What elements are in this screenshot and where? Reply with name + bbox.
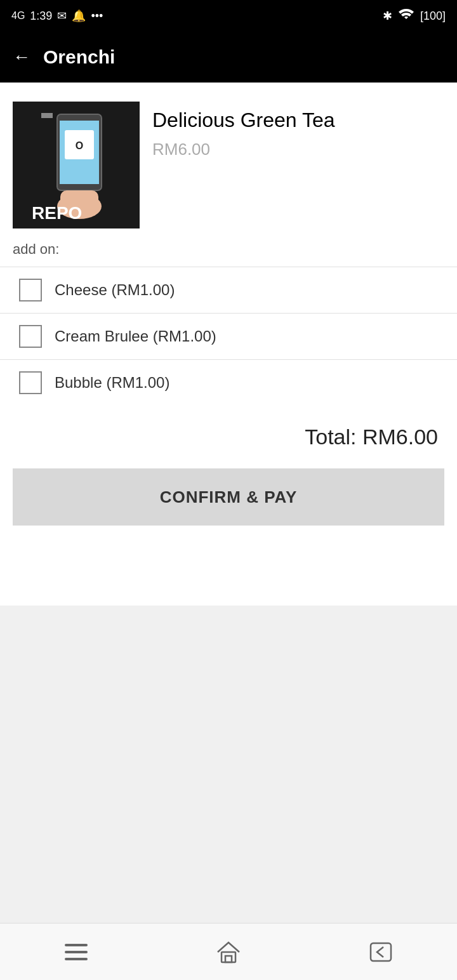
total-row: Total: RM6.00 xyxy=(0,406,457,462)
nav-back-button[interactable] xyxy=(362,933,400,971)
svg-text:REPO: REPO xyxy=(32,203,82,223)
svg-text:O: O xyxy=(76,140,83,151)
svg-rect-14 xyxy=(371,943,391,961)
addon-checkbox-bubble[interactable] xyxy=(19,371,42,394)
product-section: O REPO Delicious Green Tea RM6.00 xyxy=(0,83,457,235)
status-left: 4G 1:39 ✉ 🔔 ••• xyxy=(11,9,103,23)
time-display: 1:39 xyxy=(30,10,52,23)
svg-rect-9 xyxy=(65,944,88,946)
addon-checkbox-cheese[interactable] xyxy=(19,279,42,301)
svg-rect-13 xyxy=(225,956,232,962)
nav-home-button[interactable] xyxy=(209,933,248,971)
status-bar: 4G 1:39 ✉ 🔔 ••• ✱ [100] xyxy=(0,0,457,32)
wifi-icon xyxy=(399,9,414,23)
product-image: O REPO xyxy=(13,102,140,228)
signal-strength: 4G xyxy=(11,10,25,22)
addon-item-cheese[interactable]: Cheese (RM1.00) xyxy=(0,267,457,313)
product-info: Delicious Green Tea RM6.00 xyxy=(152,102,444,159)
svg-rect-10 xyxy=(65,951,88,953)
svg-rect-8 xyxy=(41,113,53,118)
back-button[interactable]: ← xyxy=(13,47,30,67)
spacer-area xyxy=(0,606,457,923)
addon-text-cream-brulee: Cream Brulee (RM1.00) xyxy=(55,328,216,345)
addon-text-bubble: Bubble (RM1.00) xyxy=(55,374,169,392)
bluetooth-icon: ✱ xyxy=(383,9,392,23)
battery-icon: [100] xyxy=(420,10,446,23)
product-name: Delicious Green Tea xyxy=(152,108,444,132)
notification-icon: 🔔 xyxy=(72,9,86,23)
addon-label: add on: xyxy=(0,235,457,267)
nav-bar xyxy=(0,923,457,980)
main-content: O REPO Delicious Green Tea RM6.00 add on… xyxy=(0,83,457,606)
confirm-pay-button[interactable]: CONFIRM & PAY xyxy=(13,468,444,526)
app-bar: ← Orenchi xyxy=(0,32,457,83)
status-right: ✱ [100] xyxy=(383,9,446,23)
svg-rect-12 xyxy=(222,952,235,962)
mail-icon: ✉ xyxy=(57,9,67,23)
nav-menu-button[interactable] xyxy=(57,933,95,971)
addon-text-cheese: Cheese (RM1.00) xyxy=(55,281,175,299)
total-text: Total: RM6.00 xyxy=(305,425,438,449)
addon-item-cream-brulee[interactable]: Cream Brulee (RM1.00) xyxy=(0,313,457,359)
product-price: RM6.00 xyxy=(152,140,444,159)
addon-item-bubble[interactable]: Bubble (RM1.00) xyxy=(0,359,457,406)
addon-checkbox-cream-brulee[interactable] xyxy=(19,325,42,348)
svg-rect-11 xyxy=(65,958,88,960)
app-title: Orenchi xyxy=(43,46,115,68)
more-icon: ••• xyxy=(91,10,103,23)
